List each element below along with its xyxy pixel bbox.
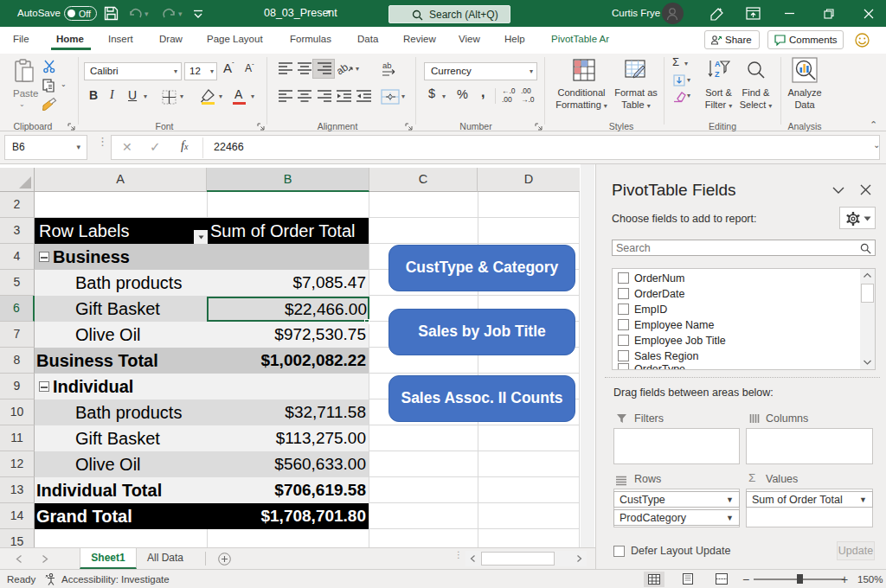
svg-text:Z: Z bbox=[715, 70, 720, 79]
svg-text:ab: ab bbox=[337, 61, 350, 76]
svg-text:ab: ab bbox=[382, 61, 392, 70]
